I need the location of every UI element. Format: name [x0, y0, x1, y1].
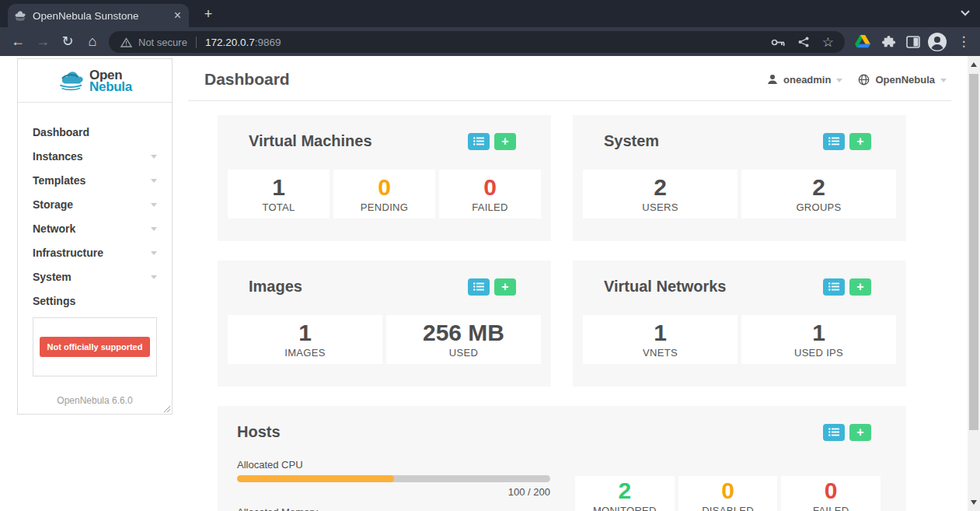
tab-search-chevron-icon[interactable]: [960, 9, 971, 16]
url-divider: [196, 37, 197, 48]
stat-vnets: 1 VNETS: [583, 315, 738, 364]
cpu-meter-value: 100 / 200: [237, 486, 550, 498]
vnets-list-button[interactable]: [823, 278, 845, 296]
card-title: Images: [249, 278, 302, 296]
page-scrollbar[interactable]: [968, 56, 980, 511]
chevron-down-icon: [151, 227, 157, 231]
chevron-down-icon: [151, 203, 157, 207]
profile-avatar[interactable]: [927, 32, 947, 52]
new-tab-button[interactable]: +: [199, 5, 218, 24]
chevron-down-icon: [940, 79, 947, 82]
card-system: System + 2 USERS: [573, 115, 906, 241]
stat-groups: 2 GROUPS: [741, 170, 896, 219]
chevron-down-icon: [151, 179, 157, 183]
vms-list-button[interactable]: [468, 133, 490, 150]
side-panel-icon[interactable]: [903, 32, 923, 52]
sidebar-resize-handle[interactable]: [162, 404, 171, 413]
scrollbar-thumb[interactable]: [969, 74, 978, 430]
tab-strip: OpenNebula Sunstone × +: [0, 0, 980, 27]
chevron-down-icon: [151, 251, 157, 255]
vnets-create-button[interactable]: +: [849, 278, 871, 296]
card-title: System: [604, 132, 659, 150]
not-supported-badge[interactable]: Not officially supported: [40, 337, 151, 357]
cpu-meter-label: Allocated CPU: [237, 459, 550, 471]
page-header: Dashboard oneadmin OpenNeb: [188, 58, 951, 101]
sidebar-item-instances[interactable]: Instances: [18, 144, 172, 168]
home-button[interactable]: ⌂: [82, 31, 103, 51]
stat-hosts-failed: 0 FAILED: [781, 476, 881, 511]
cpu-progress-fill: [237, 475, 394, 482]
card-title: Virtual Machines: [249, 132, 372, 150]
bookmark-star-icon[interactable]: ☆: [822, 34, 834, 51]
scroll-up-arrow-icon[interactable]: [971, 62, 977, 67]
system-list-button[interactable]: [823, 133, 845, 150]
sidebar-item-settings[interactable]: Settings: [18, 289, 172, 313]
plus-icon: +: [856, 135, 863, 148]
list-icon: [828, 282, 839, 291]
card-title: Hosts: [237, 423, 281, 441]
security-label: Not secure: [138, 37, 187, 48]
card-title: Virtual Networks: [604, 278, 726, 296]
reload-button[interactable]: ↻: [58, 31, 78, 51]
password-key-icon[interactable]: [771, 38, 785, 47]
sidebar-item-system[interactable]: System: [18, 264, 172, 289]
vms-create-button[interactable]: +: [494, 133, 516, 150]
tab-close-icon[interactable]: ×: [173, 9, 183, 22]
card-hosts: Hosts + Allocated CPU: [218, 406, 906, 511]
card-images: Images + 1 IMAGES: [218, 261, 551, 387]
plus-icon: +: [501, 281, 508, 293]
user-icon: [767, 74, 778, 85]
zone-menu[interactable]: OpenNebula: [858, 74, 947, 86]
opennebula-cloud-icon: [58, 69, 85, 93]
stat-images-used: 256 MB USED: [386, 315, 541, 364]
url-port: :9869: [255, 37, 281, 48]
stat-hosts-disabled: 0 DISABLED: [678, 476, 778, 511]
hosts-list-button[interactable]: [823, 424, 845, 441]
google-drive-icon[interactable]: [853, 32, 873, 52]
sidebar-menu: Dashboard Instances Templates Storage Ne…: [18, 103, 172, 313]
forward-button[interactable]: →: [33, 31, 53, 51]
back-button[interactable]: ←: [8, 31, 28, 51]
cpu-progress-bar: [237, 475, 550, 482]
stat-vms-failed: 0 FAILED: [439, 170, 541, 219]
list-icon: [828, 137, 839, 145]
hosts-allocation: Allocated CPU 100 / 200 Allocated Memory: [237, 459, 550, 511]
support-box: Not officially supported: [33, 317, 157, 376]
share-icon[interactable]: [798, 37, 809, 47]
system-create-button[interactable]: +: [849, 133, 871, 150]
sidebar-item-templates[interactable]: Templates: [18, 168, 172, 192]
extensions-puzzle-icon[interactable]: [878, 32, 898, 52]
browser-menu-icon[interactable]: ⋮: [954, 32, 974, 52]
stat-vms-total: 1 TOTAL: [228, 170, 330, 219]
browser-tab[interactable]: OpenNebula Sunstone ×: [8, 4, 189, 27]
plus-icon: +: [856, 281, 863, 293]
not-secure-warning-icon: [120, 37, 132, 47]
sidebar-item-storage[interactable]: Storage: [18, 192, 172, 216]
hosts-create-button[interactable]: +: [849, 424, 871, 441]
sidebar-item-dashboard[interactable]: Dashboard: [18, 120, 172, 144]
user-menu[interactable]: oneadmin: [767, 74, 842, 86]
version-label: OpenNebula 6.6.0: [18, 395, 172, 406]
images-list-button[interactable]: [468, 278, 490, 296]
stat-vms-pending: 0 PENDING: [333, 170, 435, 219]
sidebar-item-network[interactable]: Network: [18, 216, 172, 240]
sidebar-item-infrastructure[interactable]: Infrastructure: [18, 240, 172, 264]
sidebar: Open Nebula Dashboard Instances Template…: [17, 58, 173, 415]
stat-images-count: 1 IMAGES: [228, 315, 382, 364]
scroll-down-arrow-icon[interactable]: [971, 500, 977, 505]
list-icon: [473, 282, 484, 291]
stat-used-ips: 1 USED IPS: [741, 315, 896, 364]
browser-window: OpenNebula Sunstone × + ← → ↻ ⌂ Not secu…: [0, 0, 980, 511]
user-name: oneadmin: [783, 74, 831, 86]
tab-title: OpenNebula Sunstone: [33, 10, 173, 22]
card-virtual-networks: Virtual Networks + 1 VNETS: [573, 261, 906, 387]
stat-users: 2 USERS: [583, 170, 738, 219]
url-host: 172.20.0.7: [205, 37, 255, 48]
opennebula-logo[interactable]: Open Nebula: [18, 59, 172, 103]
address-bar[interactable]: Not secure 172.20.0.7 :9869: [109, 31, 845, 53]
list-icon: [473, 137, 484, 145]
page-title: Dashboard: [204, 70, 290, 89]
list-icon: [828, 428, 839, 436]
card-virtual-machines: Virtual Machines + 1 TOTAL: [218, 115, 551, 241]
images-create-button[interactable]: +: [494, 278, 516, 296]
